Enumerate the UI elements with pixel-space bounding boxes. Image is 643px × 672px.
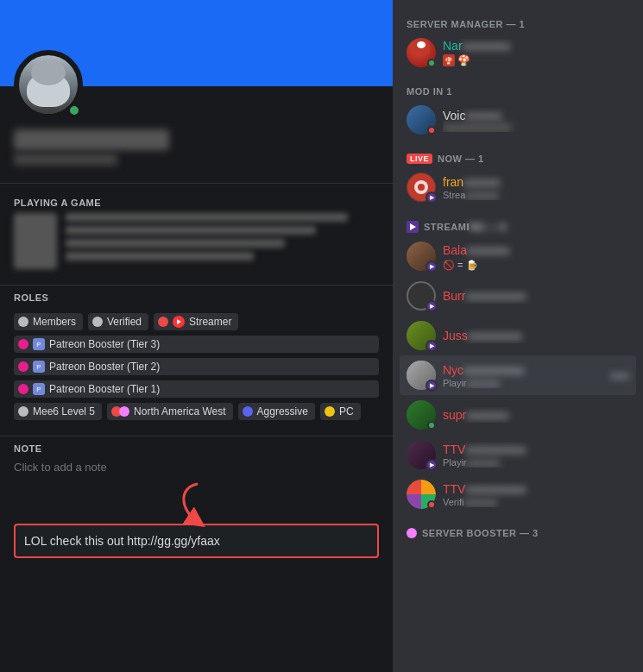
playing-game-label: PLAYING A GAME [0,191,393,213]
streaming-overlay-fran: ▶ [426,192,438,204]
category-streaming: STREAMING — 6 ▶ Balaxxxxxxx 🚫 = 🍺 [393,210,643,518]
role-label-patreon3: Patreon Booster (Tier 3) [49,338,160,350]
member-item-juss[interactable]: ▶ Jussxxxxxxxxx [400,316,636,355]
divider-game [0,183,393,184]
member-item-fran[interactable]: ▶ franxxxxxx Streaxxxxxxx [400,167,636,207]
live-badge: LIVE [407,154,432,164]
role-dot-aggressive [243,406,253,417]
member-item-nyc[interactable]: ▶ Nycxxxxxxxxxx Playirxxxxxxx xxxx [400,355,636,395]
role-dot2-northamerica [119,406,129,417]
role-members: Members [14,313,83,330]
member-item-bala[interactable]: ▶ Balaxxxxxxx 🚫 = 🍺 [400,236,636,276]
role-label-streamer: Streamer [189,316,231,328]
member-name-nyc: Nycxxxxxxxxxx [443,363,524,377]
member-avatar-ttv2 [407,480,436,509]
streaming-overlay-bala: ▶ [426,261,438,273]
member-item-ttv2[interactable]: TTVxxxxxxxxxx Verifixxxxxxx [400,474,636,514]
role-dot-mee6 [18,406,28,417]
role-icon-patreon2: P [33,361,45,373]
status-dot-supr [427,421,436,430]
member-item-burn[interactable]: ▶ Burrxxxxxxxxxx [400,276,636,316]
roles-label: ROLES [14,292,379,308]
member-avatar-bala: ▶ [407,242,436,271]
member-info-burn: Burrxxxxxxxxxx [443,288,629,304]
role-streamer: Streamer [154,313,238,330]
member-avatar-voic [407,105,436,135]
member-info-fran: franxxxxxx Streaxxxxxxx [443,174,629,200]
role-label-verified: Verified [107,316,142,328]
member-name-ttv2: TTVxxxxxxxxxx [443,482,526,496]
member-item-ttv1[interactable]: ▶ TTVxxxxxxxxxx Playirxxxxxxx [400,435,636,474]
role-label-northamerica: North America West [134,405,225,418]
roles-section: ROLES Members Verified Streamer P [0,292,393,429]
role-label-patreon2: Patreon Booster (Tier 2) [49,361,160,373]
category-label-streaming: STREAMING — 6 [400,217,636,236]
role-label-mee6: Mee6 Level 5 [33,405,95,418]
member-name-nari: Narxxxxxxxx [443,39,511,53]
role-verified: Verified [88,313,148,330]
role-dot-patreon2 [18,361,28,372]
avatar-wrapper [14,50,83,119]
game-thumbnail [14,213,57,269]
member-name-juss: Jussxxxxxxxxx [443,329,522,342]
role-patreon2: P Patreon Booster (Tier 2) [14,358,379,375]
svg-marker-0 [177,319,181,324]
user-tag [14,154,117,166]
live-now-text: NOW — 1 [438,154,484,164]
streaming-category-text: STREAMING — 6 [424,222,507,232]
role-icon-patreon3: P [33,338,45,350]
member-name-ttv1: TTVxxxxxxxxxx [443,443,526,456]
note-placeholder[interactable]: Click to add a note [14,461,379,474]
member-avatar-nyc: ▶ [407,361,436,390]
category-server-booster: SERVER BOOSTER — 3 [393,518,643,545]
streaming-overlay-nyc: ▶ [426,380,438,392]
game-section [0,213,393,278]
divider-roles [0,285,393,286]
category-server-manager: SERVER MANAGER — 1 Narxxxxxxxx 🍄 🍄 [393,9,643,76]
roles-grid: Members Verified Streamer P Patreon Boos… [14,313,379,420]
online-status-indicator [67,104,81,117]
role-mee6: Mee6 Level 5 [14,403,102,420]
member-avatar-nari [407,38,436,67]
username [14,129,169,150]
role-label-members: Members [33,316,76,328]
member-info-bala: Balaxxxxxxx 🚫 = 🍺 [443,242,629,271]
note-section: NOTE Click to add a note LOL check this … [0,443,393,565]
member-item-supr[interactable]: suprxxxxxxx [400,395,636,435]
category-label-live-now: LIVE NOW — 1 [400,150,636,167]
arrow-icon [171,480,223,532]
role-dot-patreon1 [18,384,28,394]
member-sub-voic [443,123,512,132]
svg-marker-5 [410,223,416,230]
member-name-fran: franxxxxxx [443,175,500,189]
role-icon-streamer [173,316,185,328]
streaming-overlay-ttv1: ▶ [426,459,438,471]
members-panel: SERVER MANAGER — 1 Narxxxxxxxx 🍄 🍄 [393,0,643,672]
member-item-voic[interactable]: Voicxxxxxx [400,100,636,140]
category-live-now: LIVE NOW — 1 ▶ franxxxxxx Streaxxxxxxx [393,143,643,210]
member-avatar-juss: ▶ [407,321,436,350]
member-avatar-ttv1: ▶ [407,440,436,469]
member-item-nari[interactable]: Narxxxxxxxx 🍄 🍄 [400,33,636,72]
mushroom-emoji: 🍄 [457,54,470,66]
divider-note [0,436,393,436]
member-avatar-fran: ▶ [407,173,436,202]
booster-text: SERVER BOOSTER — 3 [422,528,539,538]
member-info-ttv1: TTVxxxxxxxxxx Playirxxxxxxx [443,442,629,468]
role-dot-pc [325,406,335,417]
arrow-container [14,480,379,532]
nyc-extra: xxxx [610,370,629,380]
note-label: NOTE [14,443,379,457]
category-mod-in: MOD IN 1 Voicxxxxxx [393,76,643,143]
member-avatar-supr [407,400,436,430]
role-label-aggressive: Aggressive [257,405,308,418]
status-dot-voic [427,126,436,135]
member-avatar-burn: ▶ [407,281,436,311]
mushroom-icon: 🍄 [443,54,455,66]
booster-icon [407,528,417,538]
category-label-server-manager: SERVER MANAGER — 1 [400,16,636,33]
member-info-ttv2: TTVxxxxxxxxxx Verifixxxxxxx [443,481,629,507]
member-info-supr: suprxxxxxxx [443,407,629,423]
role-label-pc: PC [339,405,354,418]
game-info [66,213,379,265]
